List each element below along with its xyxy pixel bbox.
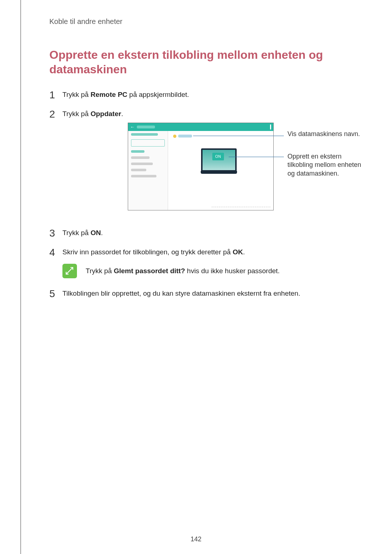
step-4-bold: OK	[233, 248, 243, 256]
step-2-pre: Trykk på	[62, 110, 90, 118]
tablet-header: ←	[128, 123, 273, 131]
note-bold: Glemt passordet ditt?	[114, 267, 185, 275]
figure: ←	[128, 123, 382, 217]
laptop-icon	[201, 148, 237, 173]
menu-icon	[270, 124, 271, 130]
callout-line-1	[193, 136, 284, 136]
back-arrow-icon: ←	[130, 124, 135, 130]
note-icon	[62, 264, 77, 278]
step-4-post: .	[243, 248, 245, 256]
step-2-post: .	[121, 110, 123, 118]
callout-connect: Opprett en ekstern tilkobling mellom enh…	[287, 152, 367, 178]
step-3-pre: Trykk på	[62, 229, 90, 237]
step-1-bold: Remote PC	[90, 91, 127, 98]
breadcrumb: Koble til andre enheter	[49, 17, 364, 26]
callout-pc-name: Vis datamaskinens navn.	[287, 130, 360, 138]
note-pre: Trykk på	[86, 267, 114, 275]
note: Trykk på Glemt passordet ditt? hvis du i…	[62, 264, 364, 278]
pc-name-blur	[178, 135, 192, 138]
step-3: Trykk på ON.	[49, 228, 364, 238]
page-title: Opprette en ekstern tilkobling mellom en…	[49, 48, 364, 77]
step-1-post: på appskjermbildet.	[127, 91, 189, 98]
step-2: Trykk på Oppdater. ←	[49, 109, 364, 217]
note-post: hvis du ikke husker passordet.	[185, 267, 280, 275]
on-badge: ON	[212, 153, 224, 160]
step-1: Trykk på Remote PC på appskjermbildet.	[49, 90, 364, 100]
step-1-pre: Trykk på	[62, 91, 90, 98]
step-3-post: .	[101, 229, 103, 237]
tablet-main: ON	[168, 131, 273, 210]
step-5: Tilkoblingen blir opprettet, og du kan s…	[49, 288, 364, 299]
step-2-bold: Oppdater	[90, 110, 121, 118]
callout-line-2	[229, 157, 284, 157]
step-3-bold: ON	[90, 229, 101, 237]
note-text: Trykk på Glemt passordet ditt? hvis du i…	[86, 264, 280, 276]
header-title-blur	[137, 126, 155, 128]
tablet-sidebar	[128, 131, 168, 210]
divider-dashed	[212, 207, 270, 207]
page-number: 142	[0, 535, 392, 543]
step-5-text: Tilkoblingen blir opprettet, og du kan s…	[62, 290, 300, 297]
pc-status-dot-icon	[173, 135, 176, 138]
step-4: Skriv inn passordet for tilkoblingen, og…	[49, 247, 364, 279]
step-4-pre: Skriv inn passordet for tilkoblingen, og…	[62, 248, 233, 256]
